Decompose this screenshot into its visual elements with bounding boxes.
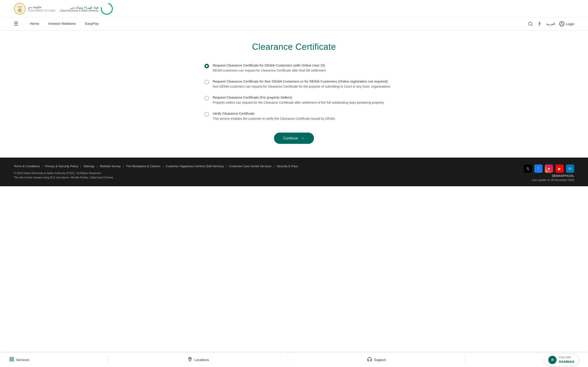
hamburger-menu-icon[interactable]: ☰: [14, 21, 18, 27]
page-title: Clearance Certificate: [195, 42, 393, 52]
instagram-icon[interactable]: ●: [545, 165, 553, 173]
nav-easypay[interactable]: EasyPay: [80, 17, 103, 30]
footer-link-6[interactable]: Customer Happiness Centres (Self-Service…: [166, 165, 224, 168]
radio-label-2: Request Clearance Certificate for Non DE…: [213, 79, 393, 83]
footer-left: Terms & Conditions|Privacy & Security Po…: [14, 165, 524, 180]
svg-point-8: [561, 23, 562, 24]
linkedin-icon[interactable]: in: [566, 165, 574, 173]
certificate-option-1[interactable]: Request Clearance Certificate for DEWA C…: [204, 63, 393, 73]
login-label: Login: [566, 22, 574, 26]
dewa-english-name: Dubai Electricity & Water Authority: [60, 9, 99, 12]
certificate-option-2[interactable]: Request Clearance Certificate for Non DE…: [204, 79, 393, 89]
radio-content-3: Request Clearance Certificate (For prope…: [213, 95, 393, 105]
certificate-options: Request Clearance Certificate for DEWA C…: [204, 63, 393, 121]
continue-button[interactable]: Continue →: [274, 133, 314, 144]
footer-right: 𝕏 f ● ▶ in DEWAOFFICIAL Last update on 3…: [524, 165, 574, 182]
svg-point-7: [539, 22, 540, 23]
dewa-circle-icon: [99, 0, 115, 17]
footer-link-4[interactable]: Website Survey: [100, 165, 121, 168]
footer-separator-3: |: [97, 165, 97, 168]
nav-right-controls: العربية Login: [528, 21, 574, 26]
footer-link-5[interactable]: The Workplace & Careers: [126, 165, 160, 168]
search-button[interactable]: [528, 21, 533, 26]
radio-btn-3[interactable]: [204, 96, 209, 100]
gov-arabic-name: حكومة دبي: [27, 5, 56, 9]
certificate-option-4[interactable]: Verify Clearance Certificate This servic…: [204, 111, 393, 121]
radio-content-1: Request Clearance Certificate for DEWA C…: [213, 63, 393, 73]
radio-label-1: Request Clearance Certificate for DEWA C…: [213, 63, 393, 67]
footer-link-1[interactable]: Terms & Conditions: [14, 165, 40, 168]
radio-content-2: Request Clearance Certificate for Non DE…: [213, 79, 393, 89]
radio-desc-1: DEWA customers can request for Clearance…: [213, 68, 393, 73]
social-handle: DEWAOFFICIAL: [524, 174, 574, 177]
footer-copyright: © 2024 Dubai Electricity & Water Authori…: [14, 171, 524, 180]
accessibility-icon: [537, 21, 542, 26]
gov-dubai-logo: حكومة دبي حكومة دبي GOVERNMENT OF DUBAI: [14, 3, 56, 15]
gov-english-name: GOVERNMENT OF DUBAI: [27, 9, 56, 12]
social-links: 𝕏 f ● ▶ in: [524, 165, 574, 173]
login-button[interactable]: Login: [559, 21, 574, 26]
footer-content: Terms & Conditions|Privacy & Security Po…: [14, 165, 574, 182]
gov-emblem-icon: حكومة دبي: [14, 3, 26, 15]
search-icon: [528, 21, 533, 26]
radio-btn-2[interactable]: [204, 80, 209, 84]
header-logos: حكومة دبي حكومة دبي GOVERNMENT OF DUBAI …: [14, 3, 113, 15]
dewa-logo-text: هيئة كهرباء ومياه دبي Dubai Electricity …: [60, 6, 99, 12]
radio-desc-3: Property sellers can request for the Cle…: [213, 100, 393, 105]
radio-desc-2: Non DEWA customers can request for Clear…: [213, 84, 393, 89]
footer-link-2[interactable]: Privacy & Security Policy: [45, 165, 78, 168]
main-content: Clearance Certificate Request Clearance …: [191, 31, 397, 158]
radio-label-4: Verify Clearance Certificate: [213, 111, 393, 115]
dewa-logo: هيئة كهرباء ومياه دبي Dubai Electricity …: [60, 3, 113, 15]
user-icon: [560, 22, 563, 25]
last-update: Last update on 30 December 2023: [524, 178, 574, 182]
footer-separator-2: |: [80, 165, 81, 168]
dewa-arabic-name: هيئة كهرباء ومياه دبي: [60, 6, 99, 9]
footer-separator-4: |: [123, 165, 124, 168]
radio-btn-4[interactable]: [204, 112, 209, 117]
svg-text:حكومة: حكومة: [17, 6, 22, 8]
svg-line-6: [531, 25, 532, 26]
copyright-line1: © 2024 Dubai Electricity & Water Authori…: [14, 171, 524, 175]
nav-links: Home Investor Relations EasyPay: [25, 17, 528, 30]
nav-home[interactable]: Home: [25, 17, 44, 30]
twitter-x-icon[interactable]: 𝕏: [524, 165, 532, 173]
copyright-line2: The site is best viewed using IE11 and a…: [14, 175, 524, 180]
svg-point-5: [528, 22, 532, 25]
accessibility-button[interactable]: [537, 21, 542, 26]
continue-section: Continue →: [195, 133, 393, 144]
login-icon: [559, 21, 564, 26]
nav-investor-relations[interactable]: Investor Relations: [44, 17, 80, 30]
arrow-right-icon: →: [301, 136, 305, 141]
footer: Terms & Conditions|Privacy & Security Po…: [0, 158, 588, 186]
facebook-icon[interactable]: f: [534, 165, 543, 173]
footer-links: Terms & Conditions|Privacy & Security Po…: [14, 165, 524, 168]
radio-label-3: Request Clearance Certificate (For prope…: [213, 95, 393, 99]
footer-link-7[interactable]: Customer Care Centre Services: [229, 165, 271, 168]
footer-link-8[interactable]: Security E-Pass: [277, 165, 298, 168]
footer-separator-5: |: [163, 165, 163, 168]
gov-logo-text: حكومة دبي GOVERNMENT OF DUBAI: [27, 5, 56, 12]
language-toggle[interactable]: العربية: [546, 22, 555, 26]
nav-bar: ☰ Home Investor Relations EasyPay العربي…: [0, 18, 588, 31]
continue-label: Continue: [283, 136, 298, 140]
radio-desc-4: This service enables the customer to ver…: [213, 116, 393, 121]
footer-link-3[interactable]: Sitemap: [83, 165, 95, 168]
footer-separator-7: |: [274, 165, 275, 168]
youtube-icon[interactable]: ▶: [555, 165, 564, 173]
footer-separator-6: |: [226, 165, 227, 168]
header: حكومة دبي حكومة دبي GOVERNMENT OF DUBAI …: [0, 0, 588, 18]
certificate-option-3[interactable]: Request Clearance Certificate (For prope…: [204, 95, 393, 105]
footer-separator-1: |: [42, 165, 43, 168]
radio-btn-1[interactable]: [204, 64, 209, 68]
radio-content-4: Verify Clearance Certificate This servic…: [213, 111, 393, 121]
